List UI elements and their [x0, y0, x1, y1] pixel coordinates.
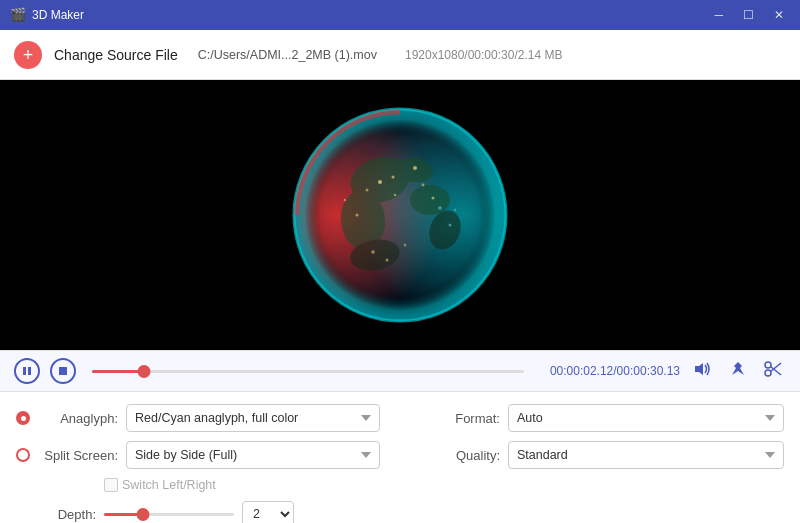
- change-source-label: Change Source File: [54, 47, 178, 63]
- stop-button[interactable]: [50, 358, 76, 384]
- add-button[interactable]: +: [14, 41, 42, 69]
- volume-icon: [694, 361, 712, 377]
- format-label: Format:: [420, 411, 500, 426]
- options-panel: Anaglyph: Red/Cyan anaglyph, full color …: [0, 392, 800, 523]
- split-screen-row: Split Screen: Side by Side (Full): [16, 441, 380, 469]
- svg-rect-29: [59, 367, 67, 375]
- split-screen-label: Split Screen:: [38, 448, 118, 463]
- pause-button[interactable]: [14, 358, 40, 384]
- progress-thumb[interactable]: [137, 365, 150, 378]
- file-name: C:/Users/ADMI...2_2MB (1).mov: [198, 48, 377, 62]
- window-controls: ─ ☐ ✕: [708, 6, 790, 24]
- options-left: Anaglyph: Red/Cyan anaglyph, full color …: [16, 404, 380, 523]
- switch-leftright-label: Switch Left/Right: [122, 478, 216, 492]
- globe-preview: [285, 100, 515, 330]
- anaglyph-label: Anaglyph:: [38, 411, 118, 426]
- svg-rect-28: [28, 367, 31, 375]
- stop-icon: [58, 366, 68, 376]
- file-meta: 1920x1080/00:00:30/2.14 MB: [405, 48, 562, 62]
- quality-select[interactable]: Standard: [508, 441, 784, 469]
- split-screen-radio[interactable]: [16, 448, 30, 462]
- scissors-icon: [764, 361, 782, 377]
- anaglyph-radio[interactable]: [16, 411, 30, 425]
- toolbar: + Change Source File C:/Users/ADMI...2_2…: [0, 30, 800, 80]
- controls-bar: 00:00:02.12/00:00:30.13: [0, 350, 800, 392]
- minimize-button[interactable]: ─: [708, 6, 729, 24]
- app-title: 3D Maker: [32, 8, 708, 22]
- switch-leftright-checkbox[interactable]: [104, 478, 118, 492]
- svg-marker-30: [695, 363, 703, 375]
- depth-label: Depth:: [16, 507, 96, 522]
- anaglyph-row: Anaglyph: Red/Cyan anaglyph, full color: [16, 404, 380, 432]
- depth-track[interactable]: [104, 513, 234, 516]
- format-select[interactable]: Auto: [508, 404, 784, 432]
- title-bar: 🎬 3D Maker ─ ☐ ✕: [0, 0, 800, 30]
- volume-button[interactable]: [690, 359, 716, 383]
- depth-thumb[interactable]: [137, 508, 150, 521]
- maximize-button[interactable]: ☐: [737, 6, 760, 24]
- format-row: Format: Auto: [420, 404, 784, 432]
- app-icon: 🎬: [10, 7, 26, 23]
- switch-leftright-row: Switch Left/Right: [104, 478, 380, 492]
- pin-icon: [730, 361, 746, 377]
- progress-fill: [92, 370, 144, 373]
- options-right: Format: Auto Quality: Standard: [380, 404, 784, 523]
- svg-rect-27: [23, 367, 26, 375]
- quality-row: Quality: Standard: [420, 441, 784, 469]
- quality-label: Quality:: [420, 448, 500, 463]
- scissors-button[interactable]: [760, 359, 786, 383]
- depth-value-select[interactable]: 2 1 3 4 5: [242, 501, 294, 523]
- progress-track[interactable]: [92, 370, 524, 373]
- preview-area: [0, 80, 800, 350]
- close-button[interactable]: ✕: [768, 6, 790, 24]
- anaglyph-select[interactable]: Red/Cyan anaglyph, full color: [126, 404, 380, 432]
- pause-icon: [22, 366, 32, 376]
- time-display: 00:00:02.12/00:00:30.13: [550, 364, 680, 378]
- pin-button[interactable]: [726, 359, 750, 383]
- split-screen-select[interactable]: Side by Side (Full): [126, 441, 380, 469]
- depth-row: Depth: 2 1 3 4 5: [16, 501, 380, 523]
